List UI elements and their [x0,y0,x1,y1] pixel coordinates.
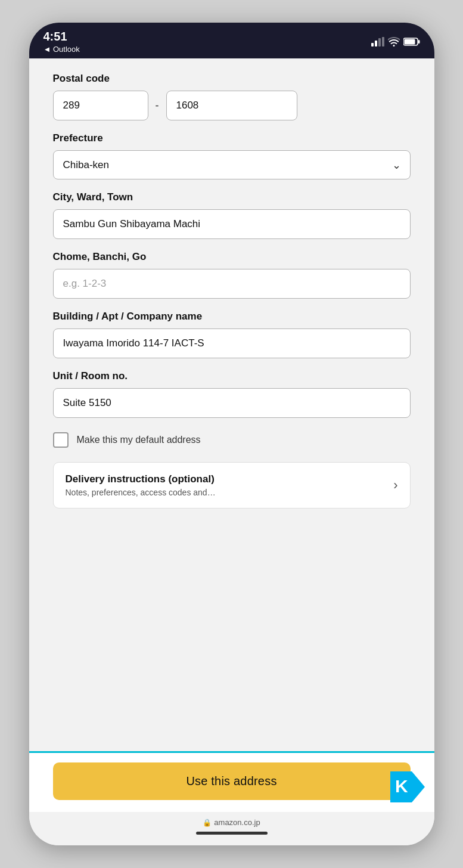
chome-banchi-go-input[interactable] [53,269,411,299]
status-bar: 4:51 ◄ Outlook [29,23,434,58]
prefecture-label: Prefecture [53,132,411,144]
svg-rect-1 [375,41,377,46]
footer-domain: amazon.co.jp [214,818,260,827]
building-section: Building / Apt / Company name [53,311,411,358]
svg-rect-5 [404,39,415,45]
delivery-instructions-title: Delivery instructions (optional) [66,473,387,485]
default-address-row: Make this my default address [53,432,411,448]
prefecture-select-wrapper: Chiba-ken Tokyo-to Osaka-fu Kanagawa-ken… [53,150,411,179]
prefecture-section: Prefecture Chiba-ken Tokyo-to Osaka-fu K… [53,132,411,179]
unit-room-section: Unit / Room no. [53,370,411,418]
svg-rect-3 [382,37,384,46]
postal-code-row: - [53,91,411,120]
default-address-label: Make this my default address [77,435,201,445]
wifi-icon [388,37,400,46]
unit-room-label: Unit / Room no. [53,370,411,382]
home-bar [196,832,268,835]
city-ward-town-section: City, Ward, Town [53,191,411,239]
city-ward-town-input[interactable] [53,209,411,239]
bottom-bar: Use this address [29,751,434,812]
delivery-instructions-text: Delivery instructions (optional) Notes, … [66,473,387,497]
klarna-badge: K [390,771,425,805]
postal-separator: - [156,100,159,112]
building-label: Building / Apt / Company name [53,311,411,323]
svg-rect-0 [371,43,374,46]
delivery-instructions-card[interactable]: Delivery instructions (optional) Notes, … [53,462,411,509]
footer: 🔒 amazon.co.jp [29,812,434,845]
unit-room-input[interactable] [53,388,411,418]
delivery-instructions-subtitle: Notes, preferences, access codes and… [66,488,387,497]
use-address-button[interactable]: Use this address [53,762,411,800]
postal-code-section: Postal code - [53,73,411,120]
building-input[interactable] [53,328,411,358]
svg-rect-6 [418,40,420,44]
chome-banchi-go-label: Chome, Banchi, Go [53,251,411,263]
klarna-logo: K [390,771,425,802]
status-time: 4:51 [43,30,80,44]
city-ward-town-label: City, Ward, Town [53,191,411,203]
chome-banchi-go-section: Chome, Banchi, Go [53,251,411,299]
status-app: ◄ Outlook [43,45,80,54]
prefecture-select[interactable]: Chiba-ken Tokyo-to Osaka-fu Kanagawa-ken [53,150,411,179]
status-bar-left: 4:51 ◄ Outlook [43,30,80,54]
default-address-checkbox[interactable] [53,432,69,448]
home-indicator [29,827,434,842]
chevron-right-icon: › [393,478,397,493]
svg-rect-2 [378,38,381,46]
lock-icon: 🔒 [203,819,212,827]
battery-icon [403,37,420,46]
svg-text:K: K [395,776,408,796]
status-bar-right [371,37,420,46]
postal-code-input-1[interactable] [53,91,148,120]
main-content: Postal code - Prefecture Chiba-ken Tokyo… [29,58,434,751]
signal-icon [371,37,384,46]
footer-url: 🔒 amazon.co.jp [29,818,434,827]
postal-code-input-2[interactable] [166,91,297,120]
postal-code-label: Postal code [53,73,411,85]
